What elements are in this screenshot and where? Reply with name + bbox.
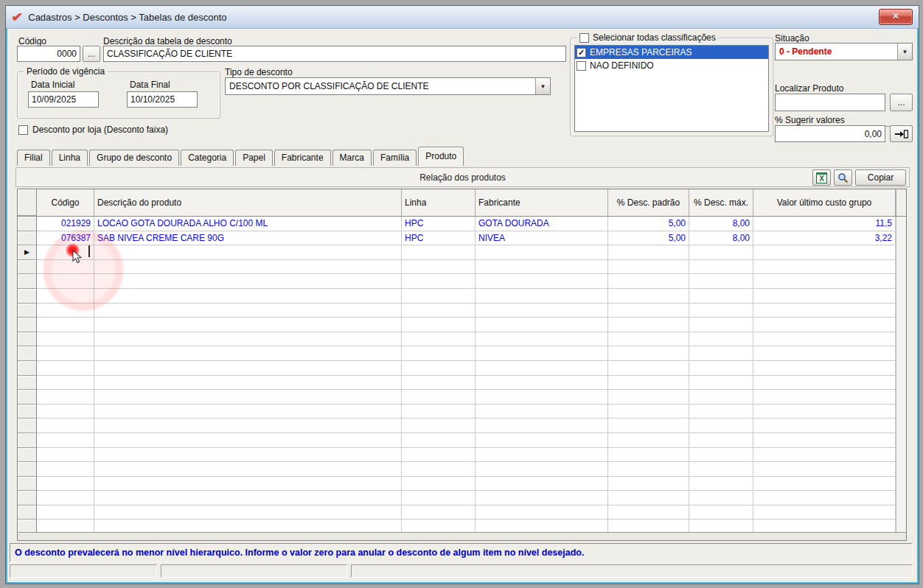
- grid-cell-desc_padrao[interactable]: [608, 433, 689, 448]
- grid-cell-codigo[interactable]: [37, 477, 94, 491]
- grid-cell-codigo[interactable]: [37, 304, 94, 318]
- grid-cell-codigo[interactable]: [37, 361, 94, 376]
- grid-cell-fabricante[interactable]: [476, 376, 608, 391]
- grid-cell-fabricante[interactable]: [476, 289, 608, 304]
- tab-grupo-de-desconto[interactable]: Grupo de desconto: [89, 150, 179, 166]
- grid-cell-codigo[interactable]: [37, 245, 94, 260]
- grid-cell-desc_padrao[interactable]: [608, 274, 689, 289]
- table-row[interactable]: [18, 477, 906, 491]
- grid-cell-linha[interactable]: [402, 462, 476, 477]
- table-row[interactable]: [18, 332, 906, 347]
- tab-produto[interactable]: Produto: [418, 147, 464, 166]
- grid-cell-desc_padrao[interactable]: [608, 376, 689, 391]
- vertical-scrollbar-track[interactable]: [896, 231, 906, 246]
- vertical-scrollbar-track[interactable]: [896, 346, 906, 361]
- grid-cell-valor[interactable]: [753, 462, 896, 477]
- grid-cell-valor[interactable]: [753, 419, 896, 433]
- grid-cell-codigo[interactable]: [37, 390, 94, 405]
- grid-cell-desc_padrao[interactable]: [608, 289, 689, 304]
- grid-cell-linha[interactable]: [402, 390, 476, 405]
- grid-cell-linha[interactable]: [402, 361, 476, 376]
- grid-cell-linha[interactable]: [402, 318, 476, 332]
- grid-cell-desc_padrao[interactable]: [608, 245, 689, 260]
- codigo-browse-button[interactable]: ...: [83, 46, 100, 62]
- grid-cell-desc_padrao[interactable]: [608, 405, 689, 419]
- copiar-button[interactable]: Copiar: [855, 169, 906, 186]
- column-header-desc_padrao[interactable]: % Desc. padrão: [608, 189, 689, 216]
- grid-cell-desc_padrao[interactable]: 5,00: [608, 217, 689, 231]
- vertical-scrollbar-track[interactable]: [896, 332, 906, 347]
- chevron-down-icon[interactable]: ▼: [535, 78, 550, 94]
- tab-linha[interactable]: Linha: [52, 150, 88, 166]
- select-all-checkbox[interactable]: [579, 33, 589, 43]
- grid-cell-linha[interactable]: [402, 376, 476, 391]
- tab-filial[interactable]: Filial: [17, 150, 50, 166]
- table-row[interactable]: [18, 448, 906, 463]
- grid-cell-desc_padrao[interactable]: [608, 332, 689, 347]
- grid-cell-desc_max[interactable]: [689, 346, 753, 361]
- grid-cell-linha[interactable]: [402, 448, 476, 463]
- grid-cell-descricao[interactable]: [94, 419, 402, 433]
- grid-cell-valor[interactable]: [753, 346, 896, 361]
- table-row[interactable]: [18, 390, 906, 405]
- grid-cell-fabricante[interactable]: [476, 346, 608, 361]
- excel-export-button[interactable]: X: [812, 169, 831, 186]
- grid-cell-fabricante[interactable]: [476, 419, 608, 433]
- table-row[interactable]: [18, 505, 906, 520]
- search-products-button[interactable]: [834, 169, 852, 186]
- grid-cell-descricao[interactable]: [94, 505, 402, 520]
- table-row[interactable]: [18, 260, 906, 275]
- grid-cell-codigo[interactable]: 021929: [37, 217, 94, 231]
- grid-cell-linha[interactable]: [402, 304, 476, 318]
- table-row[interactable]: [18, 376, 906, 391]
- grid-cell-fabricante[interactable]: [476, 361, 608, 376]
- grid-cell-linha[interactable]: [402, 260, 476, 275]
- horizontal-scrollbar-track[interactable]: [18, 532, 906, 540]
- grid-cell-desc_max[interactable]: [689, 390, 753, 405]
- table-row[interactable]: [18, 462, 906, 477]
- grid-cell-valor[interactable]: [753, 405, 896, 419]
- products-grid[interactable]: CódigoDescrição do produtoLinhaFabricant…: [17, 189, 907, 541]
- table-row[interactable]: [18, 274, 906, 289]
- grid-cell-codigo[interactable]: [37, 491, 94, 505]
- chevron-down-icon[interactable]: ▼: [897, 43, 912, 60]
- table-row[interactable]: [18, 491, 906, 505]
- grid-cell-desc_padrao[interactable]: [608, 260, 689, 275]
- grid-cell-desc_max[interactable]: [689, 332, 753, 347]
- grid-cell-linha[interactable]: [402, 405, 476, 419]
- grid-cell-desc_padrao[interactable]: [608, 491, 689, 505]
- grid-cell-desc_padrao[interactable]: [608, 419, 689, 433]
- grid-cell-fabricante[interactable]: [476, 260, 608, 275]
- descricao-input[interactable]: CLASSIFICAÇÃO DE CLIENTE: [103, 46, 566, 62]
- grid-cell-desc_padrao[interactable]: [608, 477, 689, 491]
- column-header-fabricante[interactable]: Fabricante: [476, 189, 608, 216]
- tipo-desconto-select[interactable]: DESCONTO POR CLASSIFICAÇÃO DE CLIENTE ▼: [225, 77, 551, 95]
- grid-cell-desc_max[interactable]: [689, 433, 753, 448]
- grid-cell-desc_max[interactable]: 8,00: [689, 231, 753, 246]
- grid-cell-codigo[interactable]: [37, 405, 94, 419]
- table-row[interactable]: [18, 346, 906, 361]
- vertical-scrollbar-track[interactable]: [896, 405, 906, 419]
- codigo-input[interactable]: 0000: [17, 46, 80, 62]
- grid-cell-desc_max[interactable]: [689, 245, 753, 260]
- vertical-scrollbar-track[interactable]: [896, 245, 906, 260]
- grid-cell-descricao[interactable]: [94, 289, 402, 304]
- grid-cell-linha[interactable]: [402, 477, 476, 491]
- grid-cell-desc_padrao[interactable]: [608, 346, 689, 361]
- grid-cell-codigo[interactable]: [37, 505, 94, 520]
- vertical-scrollbar-track[interactable]: [896, 462, 906, 477]
- situacao-select[interactable]: 0 - Pendente ▼: [775, 43, 913, 60]
- table-row[interactable]: [18, 318, 906, 332]
- grid-cell-descricao[interactable]: [94, 318, 402, 332]
- grid-cell-linha[interactable]: [402, 274, 476, 289]
- grid-cell-codigo[interactable]: [37, 433, 94, 448]
- data-final-input[interactable]: 10/10/2025: [127, 91, 198, 108]
- grid-cell-descricao[interactable]: [94, 462, 402, 477]
- grid-cell-fabricante[interactable]: [476, 318, 608, 332]
- tab-fabricante[interactable]: Fabricante: [274, 150, 331, 166]
- grid-cell-desc_padrao[interactable]: 5,00: [608, 231, 689, 246]
- grid-cell-fabricante[interactable]: [476, 332, 608, 347]
- grid-cell-valor[interactable]: [753, 491, 896, 505]
- grid-cell-fabricante[interactable]: [476, 448, 608, 463]
- grid-cell-linha[interactable]: [402, 491, 476, 505]
